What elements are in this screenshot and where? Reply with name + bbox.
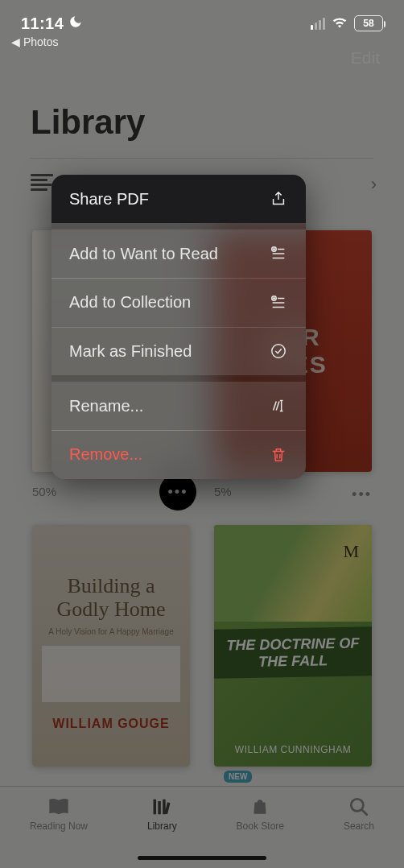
context-menu: Share PDF Add to Want to Read Add to Col… (52, 175, 306, 479)
menu-item-label: Share PDF (69, 190, 149, 209)
menu-item-label: Mark as Finished (69, 342, 192, 361)
cell-signal-icon (311, 18, 325, 30)
menu-want-to-read[interactable]: Add to Want to Read (52, 229, 306, 278)
menu-mark-finished[interactable]: Mark as Finished (52, 327, 306, 375)
status-time: 11:14 (21, 14, 64, 33)
do-not-disturb-icon (68, 14, 83, 32)
menu-item-label: Remove... (69, 445, 142, 464)
wifi-icon (332, 15, 348, 31)
menu-item-label: Rename... (69, 397, 143, 415)
status-bar: 11:14 58 (0, 0, 404, 35)
add-to-list-icon (269, 244, 288, 263)
svg-point-4 (272, 345, 286, 358)
trash-icon (269, 445, 288, 465)
menu-share-pdf[interactable]: Share PDF (52, 175, 306, 223)
add-to-list-icon (269, 293, 288, 312)
menu-remove[interactable]: Remove... (52, 431, 306, 479)
rename-cursor-icon (269, 396, 288, 415)
menu-item-label: Add to Collection (69, 293, 191, 312)
battery-indicator: 58 (354, 15, 383, 31)
back-to-app[interactable]: ◀ Photos (11, 35, 58, 48)
more-button-active[interactable]: ••• (159, 473, 196, 510)
menu-add-collection[interactable]: Add to Collection (52, 279, 306, 327)
share-icon (269, 189, 288, 209)
checkmark-circle-icon (269, 341, 288, 361)
menu-item-label: Add to Want to Read (69, 245, 218, 263)
menu-rename[interactable]: Rename... (52, 382, 306, 430)
